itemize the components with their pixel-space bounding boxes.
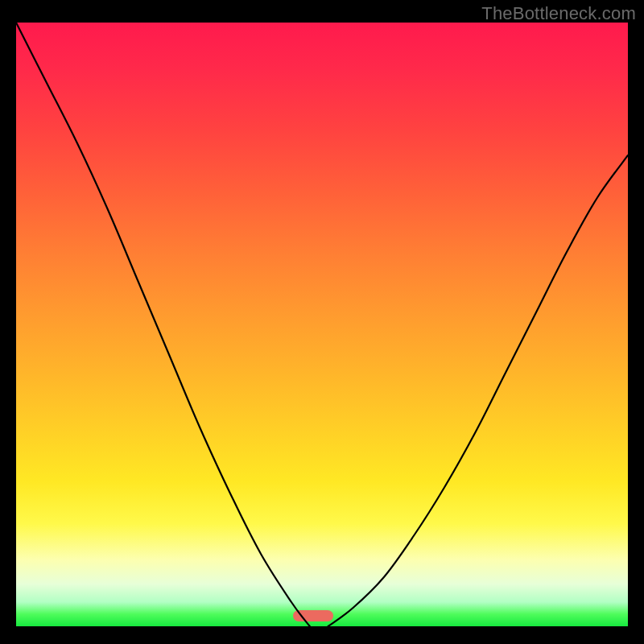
- bottleneck-curve: [16, 23, 628, 626]
- chart-plot-area: [16, 23, 628, 626]
- bottleneck-left-branch-path: [16, 23, 310, 626]
- bottleneck-right-branch-path: [328, 155, 628, 626]
- watermark-text: TheBottleneck.com: [481, 3, 636, 24]
